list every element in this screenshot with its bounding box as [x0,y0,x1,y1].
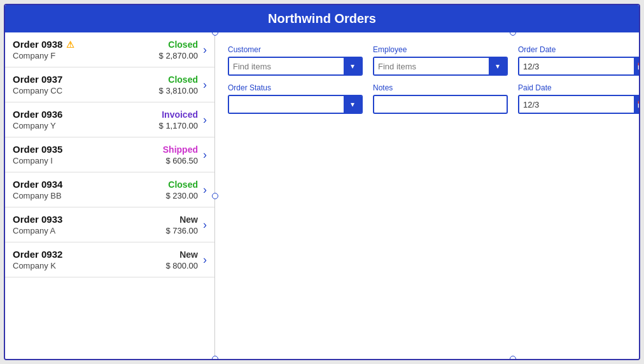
order-company: Company Y [13,121,159,130]
order-amount: $ 1,170.00 [159,121,198,130]
chevron-right-icon[interactable]: › [203,78,207,92]
customer-input[interactable] [229,58,344,74]
order-title: Order 0938 ⚠ [13,39,159,50]
order-item[interactable]: Order 0932 Company K New $ 800.00 › [5,242,214,277]
order-title: Order 0935 [13,144,163,155]
order-status: New [165,214,198,225]
order-title: Order 0933 [13,214,165,225]
order-status-field: Order Status ▾ [228,83,363,114]
order-status: Shipped [163,144,198,155]
order-amount: $ 800.00 [165,261,198,270]
notes-label: Notes [373,83,508,92]
order-date-input[interactable] [519,58,634,74]
order-right: Closed $ 3,810.00 [159,74,198,95]
order-info: Order 0934 Company BB [13,179,165,200]
order-item[interactable]: Order 0935 Company I Shipped $ 606.50 › [5,137,214,172]
paid-date-label: Paid Date [518,83,639,92]
order-right: Invoiced $ 1,170.00 [159,109,198,130]
order-company: Company BB [13,191,165,200]
order-company: Company F [13,51,159,60]
order-item[interactable]: Order 0936 Company Y Invoiced $ 1,170.00… [5,102,214,137]
customer-select-wrapper[interactable]: ▾ [228,57,363,76]
resize-handle-ml[interactable] [212,193,218,199]
order-info: Order 0937 Company CC [13,74,159,95]
order-amount: $ 606.50 [163,156,198,165]
notes-input[interactable] [373,95,508,114]
order-right: Shipped $ 606.50 [163,144,198,165]
order-info: Order 0932 Company K [13,249,165,270]
order-status: Closed [159,39,198,50]
order-status: New [165,249,198,260]
order-company: Company K [13,261,165,270]
order-status-label: Order Status [228,83,363,92]
order-title: Order 0936 [13,109,159,120]
order-date-wrapper[interactable]: 📅 ◂ ▸ [518,57,639,76]
order-title: Order 0932 [13,249,165,260]
chevron-right-icon[interactable]: › [203,113,207,127]
order-id: Order 0934 [13,179,62,190]
employee-select-wrapper[interactable]: ▾ [373,57,508,76]
order-status: Closed [159,74,198,85]
chevron-right-icon[interactable]: › [203,148,207,162]
order-amount: $ 3,810.00 [159,86,198,95]
resize-handle-tc[interactable] [510,32,516,36]
filter-grid: Customer ▾ Employee ▾ Order Da [228,45,639,114]
order-status: Invoiced [159,109,198,120]
order-item[interactable]: Order 0934 Company BB Closed $ 230.00 › [5,172,214,207]
filter-panel: Customer ▾ Employee ▾ Order Da [215,32,639,359]
content-area: Order 0938 ⚠ Company F Closed $ 2,870.00… [5,32,639,359]
paid-date-input[interactable] [519,96,634,113]
order-id: Order 0932 [13,249,62,260]
order-status-select-wrapper[interactable]: ▾ [228,95,363,114]
customer-dropdown-btn[interactable]: ▾ [344,58,361,74]
employee-label: Employee [373,45,508,54]
order-id: Order 0933 [13,214,62,225]
order-info: Order 0935 Company I [13,144,163,165]
order-info: Order 0933 Company A [13,214,165,235]
order-status: Closed [165,179,198,190]
order-company: Company A [13,226,165,235]
resize-handle-bc[interactable] [510,356,516,359]
order-id: Order 0935 [13,144,62,155]
paid-date-field: Paid Date 📅 ◂ ▸ [518,83,639,114]
order-date-field: Order Date 📅 ◂ ▸ [518,45,639,76]
order-id: Order 0938 [13,39,62,50]
order-item[interactable]: Order 0933 Company A New $ 736.00 › [5,207,214,242]
employee-input[interactable] [374,58,489,74]
order-info: Order 0936 Company Y [13,109,159,130]
warning-icon: ⚠ [66,39,74,50]
resize-handle-bl[interactable] [212,356,218,359]
order-title: Order 0934 [13,179,165,190]
notes-field: Notes [373,83,508,114]
order-status-dropdown-btn[interactable]: ▾ [344,96,361,113]
chevron-right-icon[interactable]: › [203,183,207,197]
chevron-right-icon[interactable]: › [203,218,207,232]
order-date-label: Order Date [518,45,639,54]
order-company: Company CC [13,86,159,95]
chevron-right-icon[interactable]: › [203,43,207,57]
order-item[interactable]: Order 0937 Company CC Closed $ 3,810.00 … [5,67,214,102]
order-status-input[interactable] [229,96,344,113]
order-right: Closed $ 2,870.00 [159,39,198,60]
app-title: Northwind Orders [268,11,376,25]
order-info: Order 0938 ⚠ Company F [13,39,159,60]
employee-field: Employee ▾ [373,45,508,76]
order-right: New $ 800.00 [165,249,198,270]
resize-handle-tl[interactable] [212,32,218,36]
order-item[interactable]: Order 0938 ⚠ Company F Closed $ 2,870.00… [5,32,214,67]
order-amount: $ 230.00 [165,191,198,200]
order-date-calendar-btn[interactable]: 📅 [634,58,639,74]
order-title: Order 0937 [13,74,159,85]
chevron-right-icon[interactable]: › [203,253,207,267]
paid-date-calendar-btn[interactable]: 📅 [634,96,639,113]
employee-dropdown-btn[interactable]: ▾ [489,58,507,74]
app-header: Northwind Orders [5,5,639,32]
customer-label: Customer [228,45,363,54]
order-amount: $ 736.00 [165,226,198,235]
app-container: Northwind Orders Order 0938 ⚠ Company F … [4,4,640,360]
paid-date-wrapper[interactable]: 📅 ◂ ▸ [518,95,639,114]
order-id: Order 0937 [13,74,62,85]
order-right: New $ 736.00 [165,214,198,235]
order-amount: $ 2,870.00 [159,51,198,60]
customer-field: Customer ▾ [228,45,363,76]
